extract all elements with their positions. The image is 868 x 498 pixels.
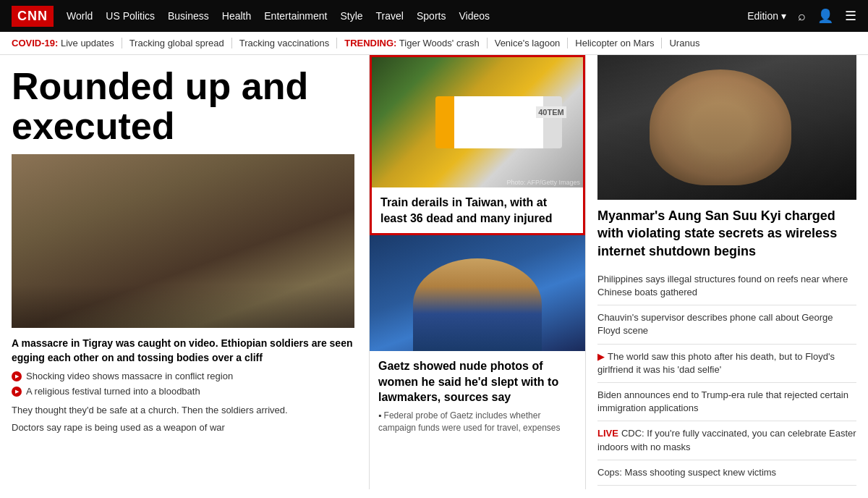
gaetz-card[interactable]: Gaetz showed nude photos of women he sai… <box>370 235 585 441</box>
ticker-live-updates[interactable]: Live updates <box>61 38 114 48</box>
bullet-2[interactable]: ▶ A religious festival turned into a blo… <box>12 386 354 397</box>
train-text: Train derails in Taiwan, with at least 3… <box>372 187 583 233</box>
nav-right: Edition ▾ ⌕ 👤 ☰ <box>747 8 856 24</box>
left-column: Rounded up and executed A massacre in Ti… <box>0 55 369 489</box>
gaetz-headline: Gaetz showed nude photos of women he sai… <box>370 351 585 410</box>
nav-sports[interactable]: Sports <box>417 10 446 22</box>
play-icon-floyd: ▶ <box>597 351 605 362</box>
ticker-spread[interactable]: Tracking global spread <box>122 38 232 48</box>
nav-business[interactable]: Business <box>168 10 209 22</box>
story-cops[interactable]: Cops: Mass shooting suspect knew victims <box>597 460 856 486</box>
story-biden[interactable]: Biden announces end to Trump-era rule th… <box>597 383 856 421</box>
nav-travel[interactable]: Travel <box>376 10 404 22</box>
tigray-image[interactable] <box>12 154 354 328</box>
bullet-1[interactable]: ▶ Shocking video shows massacre in confl… <box>12 371 354 381</box>
story-cdc[interactable]: LIVECDC: If you're fully vaccinated, you… <box>597 421 856 460</box>
cnn-logo[interactable]: CNN <box>12 6 54 27</box>
main-headline: Rounded up and executed <box>12 67 354 145</box>
trending-label: TRENDING: <box>344 38 396 48</box>
ticker-bar: COVID-19: Live updates Tracking global s… <box>0 32 868 55</box>
right-column: Myanmar's Aung San Suu Kyi charged with … <box>586 55 868 489</box>
nav-entertainment[interactable]: Entertainment <box>264 10 327 22</box>
myanmar-headline: Myanmar's Aung San Suu Kyi charged with … <box>597 207 856 260</box>
story-philippines[interactable]: Philippines says illegal structures foun… <box>597 267 856 305</box>
nav-bar: CNN World US Politics Business Health En… <box>0 0 868 32</box>
menu-icon[interactable]: ☰ <box>845 8 856 24</box>
play-icon-1: ▶ <box>12 371 22 381</box>
gaetz-image <box>370 235 585 351</box>
story-chauvin[interactable]: Chauvin's supervisor describes phone cal… <box>597 305 856 344</box>
play-icon-2: ▶ <box>12 387 22 397</box>
live-tag: LIVE <box>597 428 618 439</box>
nav-links: World US Politics Business Health Entert… <box>67 10 747 22</box>
user-icon[interactable]: 👤 <box>817 8 833 24</box>
gaetz-subtext: Federal probe of Gaetz includes whether … <box>370 410 585 442</box>
nav-us-politics[interactable]: US Politics <box>106 10 155 22</box>
train-headline: Train derails in Taiwan, with at least 3… <box>380 195 574 226</box>
chevron-down-icon: ▾ <box>781 10 786 22</box>
nav-world[interactable]: World <box>67 10 93 22</box>
edition-button[interactable]: Edition ▾ <box>747 10 786 22</box>
story-floyd-photo[interactable]: ▶The world saw this photo after his deat… <box>597 345 856 383</box>
ticker-uranus[interactable]: Uranus <box>662 38 707 48</box>
bullet-list: ▶ Shocking video shows massacre in confl… <box>12 371 354 397</box>
ticker-venice[interactable]: Venice's lagoon <box>488 38 569 48</box>
search-icon[interactable]: ⌕ <box>798 9 806 24</box>
main-caption: A massacre in Tigray was caught on video… <box>12 337 354 365</box>
edition-label: Edition <box>747 10 778 22</box>
main-content: Rounded up and executed A massacre in Ti… <box>0 55 868 489</box>
featured-train-card[interactable]: Photo: AFP/Getty Images Train derails in… <box>370 55 585 235</box>
ticker-vaccinations[interactable]: Tracking vaccinations <box>232 38 338 48</box>
middle-column: Photo: AFP/Getty Images Train derails in… <box>369 55 586 489</box>
image-watermark: Photo: AFP/Getty Images <box>506 179 580 186</box>
nav-health[interactable]: Health <box>222 10 251 22</box>
covid-label: COVID-19: <box>12 38 58 48</box>
ticker-trending: TRENDING: Tiger Woods' crash <box>337 38 487 48</box>
body-text-1: They thought they'd be safe at a church.… <box>12 404 354 417</box>
ticker-covid[interactable]: COVID-19: Live updates <box>12 38 122 48</box>
ticker-helicopter-mars[interactable]: Helicopter on Mars <box>568 38 662 48</box>
nav-style[interactable]: Style <box>340 10 362 22</box>
nav-videos[interactable]: Videos <box>459 10 490 22</box>
myanmar-image[interactable] <box>597 55 856 200</box>
train-image: Photo: AFP/Getty Images <box>372 57 583 187</box>
ticker-tiger-woods[interactable]: Tiger Woods' crash <box>399 38 480 48</box>
body-text-2: Doctors say rape is being used as a weap… <box>12 421 354 434</box>
